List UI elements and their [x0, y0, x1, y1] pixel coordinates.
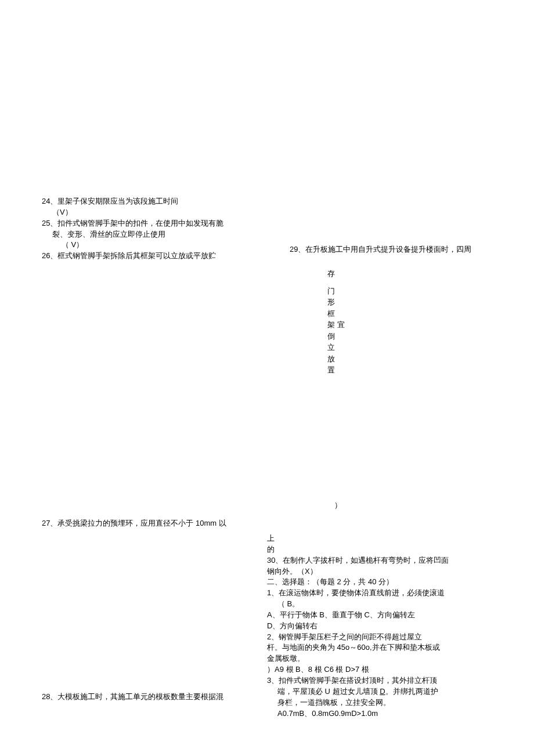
mc-q1-opts1: A、平行于物体 B、垂直于物 C、方向偏转左 [267, 610, 499, 621]
mc-q1-opts2: D、方向偏转右 [267, 621, 499, 632]
q30-b: 钢向外。（X） [267, 566, 499, 577]
mc-q2-a: 2、钢管脚手架压栏子之间的间距不得超过屋立 [267, 632, 499, 643]
q24-text: 24、里架子保安期限应当为该段施工时间 [42, 196, 262, 207]
left-upper-block: 24、里架子保安期限应当为该段施工时间 （V） 25、扣件式钢管脚手架中的扣件，… [42, 196, 262, 262]
q27-text: 27、承受挑梁拉力的预埋环，应用直径不小于 10mm 以 [42, 518, 226, 529]
mc-q3-b-line: 端，平屋顶必 U 超过女儿墙顶 D。并绑扎两道护 [267, 686, 499, 697]
q28-text: 28、大模板施工时，其施工单元的模板数量主要根据混 [42, 692, 223, 703]
q30-text: 30、在制作人字拔杆时，如遇桅杆有弯势时，应将凹面 [267, 555, 499, 566]
mc-q3-b: 端，平屋顶必 U 超过女儿墙顶 [277, 687, 380, 696]
col2-l1: 上 [267, 533, 499, 544]
stray-paren: ） [334, 500, 342, 511]
page: 24、里架子保安期限应当为该段施工时间 （V） 25、扣件式钢管脚手架中的扣件，… [0, 0, 534, 756]
vc-7: 立 [327, 342, 345, 353]
q29-text: 29、在升板施工中用自升式提升设备提升楼面时，四周 [290, 244, 471, 255]
mc-q3-b-underline: D [380, 687, 385, 696]
mc-q1: 1、在滚运物体时，要使物体沿直线前进，必须使滚道 [267, 588, 499, 599]
mc-q3-b-after: 。并绑扎两道护 [385, 687, 438, 696]
mc-q3-d: A0.7mB、0.8mG0.9mD>1.0m [267, 708, 499, 719]
vc-9: 置 [327, 364, 345, 376]
mc-q1-b: （ B。 [267, 599, 499, 610]
mc-q3-c: 身栏，一道挡魄板，立挂安全网。 [267, 697, 499, 708]
section2-title: 二、选择题：（每题 2 分，共 40 分） [267, 577, 499, 588]
col2-l2: 的 [267, 544, 499, 555]
vertical-chars: 存 门 形 框 架 宜 倒 立 放 置 [327, 268, 345, 376]
vc-6: 倒 [327, 331, 345, 342]
q24-answer: （V） [42, 207, 262, 218]
q26-text: 26、框式钢管脚手架拆除后其框架可以立放或平放贮 [42, 251, 262, 262]
vc-4: 框 [327, 308, 345, 320]
q25-cont: 裂、变形、滑丝的应立即停止使用 [42, 229, 262, 240]
vc-1: 存 [327, 268, 345, 280]
vc-8: 放 [327, 353, 345, 365]
right-lower-block: 上 的 30、在制作人字拔杆时，如遇桅杆有弯势时，应将凹面 钢向外。（X） 二、… [267, 533, 499, 719]
mc-q2-b: 杆。与地面的夹角为 45o～60o,并在下脚和垫木板或 [267, 642, 499, 653]
mc-q3-a: 3、扣件式钢管脚手架在搭设封顶时，其外排立杆顶 [267, 675, 499, 686]
mc-q2-d: ）A9 根 B、8 根 C6 根 D>7 根 [267, 664, 499, 675]
vc-2: 门 [327, 285, 345, 297]
vc-3: 形 [327, 296, 345, 308]
q25-text: 25、扣件式钢管脚手架中的扣件，在使用中如发现有脆 [42, 218, 262, 229]
vc-5: 架 宜 [327, 319, 345, 331]
q25-answer: （ V） [42, 240, 262, 251]
mc-q2-c: 金属板墩。 [267, 653, 499, 664]
